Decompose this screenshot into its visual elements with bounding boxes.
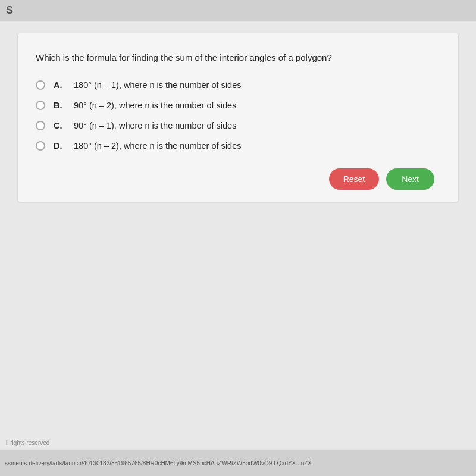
bottom-bar: ssments-delivery/larts/launch/40130182/8… [0,450,476,476]
option-label-b: B. [54,101,64,110]
top-bar-label: S [6,4,13,17]
copyright-text: ll rights reserved [6,440,49,446]
next-button[interactable]: Next [386,168,434,190]
button-row: Reset Next [36,168,440,190]
option-text-d: 180° (n – 2), where n is the number of s… [74,141,241,151]
option-item-d[interactable]: D. 180° (n – 2), where n is the number o… [36,141,440,151]
radio-b[interactable] [36,101,45,110]
radio-d[interactable] [36,141,45,151]
main-content: Which is the formula for finding the sum… [18,33,458,202]
options-list: A. 180° (n – 1), where n is the number o… [36,80,440,151]
url-text: ssments-delivery/larts/launch/40130182/8… [5,460,312,466]
radio-c[interactable] [36,121,45,130]
reset-button[interactable]: Reset [329,168,380,190]
radio-a[interactable] [36,80,45,90]
option-label-a: A. [54,80,64,90]
option-item-b[interactable]: B. 90° (n – 2), where n is the number of… [36,101,440,110]
question-text: Which is the formula for finding the sum… [36,51,440,64]
option-text-a: 180° (n – 1), where n is the number of s… [74,80,241,90]
option-label-c: C. [54,121,64,130]
top-bar: S [0,0,476,21]
option-item-c[interactable]: C. 90° (n – 1), where n is the number of… [36,121,440,130]
option-text-c: 90° (n – 1), where n is the number of si… [74,121,236,130]
option-item-a[interactable]: A. 180° (n – 1), where n is the number o… [36,80,440,90]
option-label-d: D. [54,141,64,151]
option-text-b: 90° (n – 2), where n is the number of si… [74,101,236,110]
